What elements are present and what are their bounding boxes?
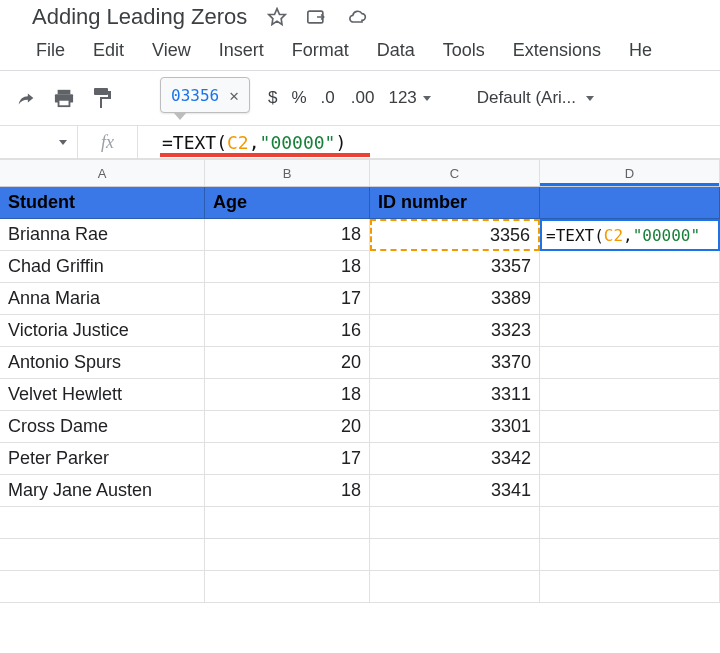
redo-icon[interactable] bbox=[14, 86, 38, 110]
col-header-C[interactable]: C bbox=[370, 160, 540, 187]
cell[interactable] bbox=[205, 571, 370, 603]
doc-title[interactable]: Adding Leading Zeros bbox=[32, 4, 247, 30]
menu-insert[interactable]: Insert bbox=[219, 40, 264, 60]
formula-input[interactable]: =TEXT(C2,"00000") bbox=[138, 126, 720, 158]
menu-help[interactable]: He bbox=[629, 40, 652, 60]
currency-format-button[interactable]: $ bbox=[268, 88, 277, 108]
cell[interactable] bbox=[540, 443, 720, 475]
cell-formula-token-string: "00000" bbox=[633, 226, 700, 245]
cell[interactable]: Victoria Justice bbox=[0, 315, 205, 347]
cell[interactable]: Chad Griffin bbox=[0, 251, 205, 283]
table-row: Anna Maria 17 3389 bbox=[0, 283, 720, 315]
table-row: Brianna Rae 18 3356 =TEXT(C2,"00000" bbox=[0, 219, 720, 251]
cell[interactable]: Peter Parker bbox=[0, 443, 205, 475]
cell[interactable] bbox=[0, 539, 205, 571]
cell[interactable]: 18 bbox=[205, 475, 370, 507]
cell[interactable] bbox=[540, 507, 720, 539]
cell[interactable] bbox=[540, 539, 720, 571]
menu-format[interactable]: Format bbox=[292, 40, 349, 60]
cell[interactable]: 3301 bbox=[370, 411, 540, 443]
cell[interactable]: 20 bbox=[205, 347, 370, 379]
menu-extensions[interactable]: Extensions bbox=[513, 40, 601, 60]
cell[interactable] bbox=[370, 571, 540, 603]
cell[interactable]: 18 bbox=[205, 379, 370, 411]
formula-token: , bbox=[249, 132, 260, 153]
svg-rect-2 bbox=[58, 90, 71, 95]
cell[interactable]: 3389 bbox=[370, 283, 540, 315]
cell[interactable]: Mary Jane Austen bbox=[0, 475, 205, 507]
font-picker[interactable]: Default (Ari... bbox=[477, 88, 594, 108]
cell-referenced[interactable]: 3356 bbox=[370, 219, 540, 251]
number-format-label: 123 bbox=[388, 88, 416, 108]
increase-decimal-button[interactable]: .00 bbox=[351, 88, 375, 108]
col-header-D[interactable]: D bbox=[540, 160, 720, 187]
spreadsheet-grid[interactable]: A B C D Student Age ID number Brianna Ra… bbox=[0, 159, 720, 603]
column-headers: A B C D bbox=[0, 159, 720, 187]
number-format-button[interactable]: 123 bbox=[388, 88, 430, 108]
cell[interactable] bbox=[540, 411, 720, 443]
cell[interactable]: Anna Maria bbox=[0, 283, 205, 315]
cell[interactable] bbox=[370, 539, 540, 571]
cell[interactable] bbox=[0, 507, 205, 539]
cell[interactable]: Antonio Spurs bbox=[0, 347, 205, 379]
col-header-B[interactable]: B bbox=[205, 160, 370, 187]
menu-bar: File Edit View Insert Format Data Tools … bbox=[0, 34, 720, 70]
cell[interactable] bbox=[540, 379, 720, 411]
cell[interactable]: 16 bbox=[205, 315, 370, 347]
cell[interactable]: 17 bbox=[205, 283, 370, 315]
paint-format-icon[interactable] bbox=[90, 86, 114, 110]
cell[interactable]: 20 bbox=[205, 411, 370, 443]
print-icon[interactable] bbox=[52, 86, 76, 110]
cell[interactable] bbox=[540, 475, 720, 507]
cell[interactable]: 3370 bbox=[370, 347, 540, 379]
table-row bbox=[0, 539, 720, 571]
cell[interactable]: Velvet Hewlett bbox=[0, 379, 205, 411]
toolbar: 03356 ✕ $ % .0 .00 123 Default (Ari... bbox=[0, 71, 720, 125]
menu-tools[interactable]: Tools bbox=[443, 40, 485, 60]
decrease-decimal-button[interactable]: .0 bbox=[321, 88, 337, 108]
cell-formula-token: =TEXT( bbox=[546, 226, 604, 245]
cell[interactable]: Cross Dame bbox=[0, 411, 205, 443]
header-age[interactable]: Age bbox=[205, 187, 370, 219]
cell[interactable]: 18 bbox=[205, 219, 370, 251]
header-student[interactable]: Student bbox=[0, 187, 205, 219]
menu-view[interactable]: View bbox=[152, 40, 191, 60]
menu-data[interactable]: Data bbox=[377, 40, 415, 60]
cell[interactable]: Brianna Rae bbox=[0, 219, 205, 251]
menu-file[interactable]: File bbox=[36, 40, 65, 60]
active-cell[interactable]: =TEXT(C2,"00000" bbox=[540, 219, 720, 251]
cell[interactable] bbox=[205, 539, 370, 571]
star-icon[interactable] bbox=[267, 7, 287, 27]
cell[interactable]: 3323 bbox=[370, 315, 540, 347]
formula-result-value: 03356 bbox=[171, 86, 219, 105]
table-row bbox=[0, 507, 720, 539]
cell[interactable] bbox=[540, 315, 720, 347]
header-empty[interactable] bbox=[540, 187, 720, 219]
cell[interactable]: 3357 bbox=[370, 251, 540, 283]
cell[interactable]: 3311 bbox=[370, 379, 540, 411]
chevron-down-icon bbox=[59, 140, 67, 145]
formula-token: =TEXT( bbox=[162, 132, 227, 153]
cell[interactable] bbox=[540, 251, 720, 283]
close-icon[interactable]: ✕ bbox=[229, 86, 239, 105]
chevron-down-icon bbox=[586, 96, 594, 101]
cell[interactable] bbox=[540, 347, 720, 379]
cell[interactable]: 17 bbox=[205, 443, 370, 475]
percent-format-button[interactable]: % bbox=[291, 88, 306, 108]
cell[interactable] bbox=[0, 571, 205, 603]
header-id[interactable]: ID number bbox=[370, 187, 540, 219]
name-box[interactable] bbox=[0, 126, 78, 158]
cloud-icon[interactable] bbox=[347, 7, 367, 27]
cell[interactable]: 18 bbox=[205, 251, 370, 283]
formula-token-string: "00000" bbox=[260, 132, 336, 153]
move-icon[interactable] bbox=[307, 7, 327, 27]
cell[interactable] bbox=[370, 507, 540, 539]
cell[interactable]: 3342 bbox=[370, 443, 540, 475]
cell[interactable]: 3341 bbox=[370, 475, 540, 507]
cell[interactable] bbox=[540, 571, 720, 603]
cell[interactable] bbox=[540, 283, 720, 315]
table-row: Mary Jane Austen 18 3341 bbox=[0, 475, 720, 507]
menu-edit[interactable]: Edit bbox=[93, 40, 124, 60]
cell[interactable] bbox=[205, 507, 370, 539]
col-header-A[interactable]: A bbox=[0, 160, 205, 187]
